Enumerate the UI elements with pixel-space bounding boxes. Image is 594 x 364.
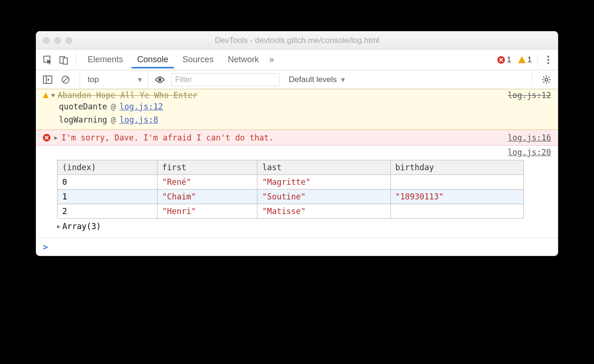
cell-first: "Henri" <box>157 204 257 219</box>
error-icon <box>497 56 505 64</box>
expand-caret-icon[interactable]: ▶ <box>57 223 60 230</box>
sidebar-toggle-icon[interactable] <box>41 73 54 86</box>
close-window-dot[interactable] <box>43 37 50 44</box>
separator <box>80 74 80 86</box>
tab-network[interactable]: Network <box>222 51 264 68</box>
console-prompt[interactable]: > <box>36 238 558 256</box>
warning-text: Abandon Hope All Ye Who Enter <box>58 91 198 100</box>
svg-point-8 <box>545 78 548 81</box>
chevron-down-icon: ▼ <box>137 76 143 83</box>
cell-first: "René" <box>157 175 257 190</box>
cell-last: "Soutine" <box>257 190 390 204</box>
console-table-entry: log.js:20 (index) first last birthday 0 … <box>36 146 558 238</box>
svg-line-13 <box>544 76 544 77</box>
prompt-chevron-icon: > <box>43 242 48 252</box>
separator <box>76 54 76 66</box>
separator <box>532 74 532 86</box>
stack-fn: quoteDante <box>59 102 107 111</box>
separator <box>537 54 538 66</box>
titlebar: DevTools - devtools.glitch.me/console/lo… <box>36 32 558 50</box>
zoom-window-dot[interactable] <box>66 37 72 44</box>
warning-badge[interactable]: 1 <box>518 55 532 65</box>
svg-line-15 <box>544 82 544 83</box>
tabs-overflow[interactable]: » <box>267 51 276 68</box>
main-tabbar: Elements Console Sources Network » 1 1 <box>36 50 558 70</box>
inspect-element-icon[interactable] <box>41 53 54 66</box>
clear-console-icon[interactable] <box>59 73 72 86</box>
cell-index: 1 <box>58 190 157 204</box>
th-last[interactable]: last <box>257 160 390 175</box>
error-badge[interactable]: 1 <box>497 55 511 65</box>
chevron-down-icon: ▼ <box>340 76 346 83</box>
window-title: DevTools - devtools.glitch.me/console/lo… <box>36 36 558 45</box>
filter-input[interactable] <box>171 73 280 86</box>
tab-sources[interactable]: Sources <box>177 51 219 68</box>
source-link[interactable]: log.js:16 <box>508 133 551 142</box>
cell-last: "Magritte" <box>257 175 390 190</box>
tab-elements[interactable]: Elements <box>82 51 129 68</box>
console-table: (index) first last birthday 0 "René" "Ma… <box>57 160 524 219</box>
console-error-entry[interactable]: ▶ I'm sorry, Dave. I'm afraid I can't do… <box>36 130 558 146</box>
at-char: @ <box>111 115 116 124</box>
device-toolbar-icon[interactable] <box>57 53 70 66</box>
array-summary-row[interactable]: ▶ Array(3) <box>57 219 551 234</box>
error-icon <box>43 134 50 141</box>
tab-console[interactable]: Console <box>132 51 174 68</box>
cell-birthday: "18930113" <box>390 190 523 204</box>
source-link[interactable]: log.js:20 <box>508 148 551 157</box>
table-row[interactable]: 1 "Chaim" "Soutine" "18930113" <box>58 190 524 204</box>
traffic-lights <box>43 37 72 44</box>
warning-icon <box>43 92 49 98</box>
warning-count: 1 <box>528 55 532 65</box>
cell-index: 0 <box>58 175 157 190</box>
console-filterbar: top ▼ Default levels ▼ <box>36 70 558 89</box>
th-index[interactable]: (index) <box>58 160 157 175</box>
kebab-menu-icon[interactable] <box>544 56 553 64</box>
levels-label: Default levels <box>289 75 337 84</box>
cell-index: 2 <box>58 204 157 219</box>
error-text: I'm sorry, Dave. I'm afraid I can't do t… <box>61 133 273 142</box>
th-birthday[interactable]: birthday <box>390 160 523 175</box>
svg-line-14 <box>548 82 549 83</box>
svg-line-16 <box>548 76 549 77</box>
cell-first: "Chaim" <box>157 190 257 204</box>
at-char: @ <box>111 102 116 111</box>
svg-rect-2 <box>63 58 67 64</box>
stack-source-link[interactable]: log.js:8 <box>120 115 158 124</box>
cell-last: "Matisse" <box>257 204 390 219</box>
devtools-window: DevTools - devtools.glitch.me/console/lo… <box>36 31 558 256</box>
warning-icon <box>518 56 526 63</box>
context-selector[interactable]: top ▼ <box>88 70 148 89</box>
minimize-window-dot[interactable] <box>54 37 61 44</box>
th-first[interactable]: first <box>157 160 257 175</box>
array-summary: Array(3) <box>62 222 101 231</box>
expand-caret-icon[interactable]: ▶ <box>54 134 58 141</box>
svg-point-7 <box>158 78 161 81</box>
table-row[interactable]: 2 "Henri" "Matisse" <box>58 204 524 219</box>
svg-line-6 <box>63 77 68 82</box>
cell-birthday <box>390 175 523 190</box>
cell-birthday <box>390 204 523 219</box>
collapse-caret-icon[interactable]: ▼ <box>51 92 55 99</box>
live-expression-icon[interactable] <box>153 73 166 86</box>
source-link[interactable]: log.js:12 <box>508 91 551 100</box>
table-row[interactable]: 0 "René" "Magritte" <box>58 175 524 190</box>
stack-fn: logWarning <box>59 115 107 124</box>
stack-source-link[interactable]: log.js:12 <box>120 102 163 111</box>
settings-gear-icon[interactable] <box>540 73 553 86</box>
console-warning-entry[interactable]: ▼ Abandon Hope All Ye Who Enter log.js:1… <box>36 89 558 130</box>
context-label: top <box>88 75 99 84</box>
log-levels-selector[interactable]: Default levels ▼ <box>289 75 346 84</box>
error-count: 1 <box>507 55 511 65</box>
